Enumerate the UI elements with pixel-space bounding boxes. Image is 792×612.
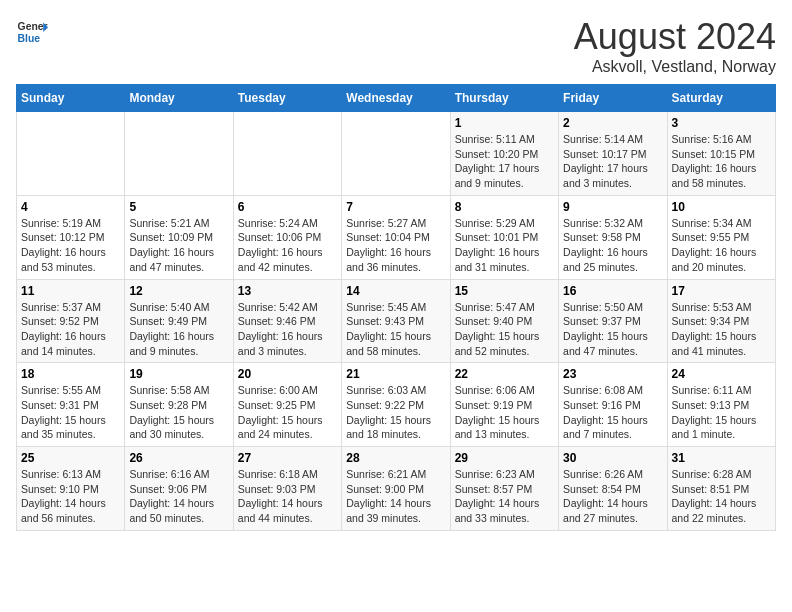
day-number: 4	[21, 200, 120, 214]
day-number: 30	[563, 451, 662, 465]
cell-info: Sunrise: 6:08 AM	[563, 383, 662, 398]
header-row: SundayMondayTuesdayWednesdayThursdayFrid…	[17, 85, 776, 112]
page-header: General Blue August 2024 Askvoll, Vestla…	[16, 16, 776, 76]
cell-info: Daylight: 15 hours	[455, 329, 554, 344]
cell-info: Sunset: 9:34 PM	[672, 314, 771, 329]
cell-info: and 30 minutes.	[129, 427, 228, 442]
cell-info: and 47 minutes.	[129, 260, 228, 275]
cell-info: Sunset: 10:01 PM	[455, 230, 554, 245]
cell-info: and 47 minutes.	[563, 344, 662, 359]
calendar-cell: 12Sunrise: 5:40 AMSunset: 9:49 PMDayligh…	[125, 279, 233, 363]
calendar-cell: 23Sunrise: 6:08 AMSunset: 9:16 PMDayligh…	[559, 363, 667, 447]
calendar-cell: 26Sunrise: 6:16 AMSunset: 9:06 PMDayligh…	[125, 447, 233, 531]
cell-info: and 25 minutes.	[563, 260, 662, 275]
day-number: 23	[563, 367, 662, 381]
calendar-table: SundayMondayTuesdayWednesdayThursdayFrid…	[16, 84, 776, 531]
day-number: 22	[455, 367, 554, 381]
cell-info: Sunset: 10:04 PM	[346, 230, 445, 245]
cell-info: and 42 minutes.	[238, 260, 337, 275]
day-number: 17	[672, 284, 771, 298]
calendar-cell: 15Sunrise: 5:47 AMSunset: 9:40 PMDayligh…	[450, 279, 558, 363]
calendar-cell: 14Sunrise: 5:45 AMSunset: 9:43 PMDayligh…	[342, 279, 450, 363]
calendar-cell	[342, 112, 450, 196]
cell-info: Daylight: 15 hours	[672, 329, 771, 344]
day-number: 13	[238, 284, 337, 298]
day-number: 10	[672, 200, 771, 214]
cell-info: Sunrise: 5:45 AM	[346, 300, 445, 315]
cell-info: Sunrise: 6:00 AM	[238, 383, 337, 398]
cell-info: Daylight: 15 hours	[672, 413, 771, 428]
cell-info: and 14 minutes.	[21, 344, 120, 359]
calendar-cell: 11Sunrise: 5:37 AMSunset: 9:52 PMDayligh…	[17, 279, 125, 363]
cell-info: Daylight: 16 hours	[238, 329, 337, 344]
cell-info: Sunset: 8:51 PM	[672, 482, 771, 497]
cell-info: Daylight: 14 hours	[238, 496, 337, 511]
cell-info: Sunset: 9:52 PM	[21, 314, 120, 329]
day-number: 6	[238, 200, 337, 214]
day-number: 7	[346, 200, 445, 214]
cell-info: and 58 minutes.	[346, 344, 445, 359]
cell-info: Sunrise: 5:29 AM	[455, 216, 554, 231]
day-number: 28	[346, 451, 445, 465]
cell-info: and 3 minutes.	[563, 176, 662, 191]
calendar-cell: 17Sunrise: 5:53 AMSunset: 9:34 PMDayligh…	[667, 279, 775, 363]
calendar-cell: 27Sunrise: 6:18 AMSunset: 9:03 PMDayligh…	[233, 447, 341, 531]
header-day: Thursday	[450, 85, 558, 112]
cell-info: Sunset: 10:09 PM	[129, 230, 228, 245]
cell-info: and 36 minutes.	[346, 260, 445, 275]
cell-info: Sunset: 8:54 PM	[563, 482, 662, 497]
cell-info: Sunrise: 6:28 AM	[672, 467, 771, 482]
calendar-cell: 8Sunrise: 5:29 AMSunset: 10:01 PMDayligh…	[450, 195, 558, 279]
cell-info: Sunset: 9:58 PM	[563, 230, 662, 245]
day-number: 27	[238, 451, 337, 465]
cell-info: and 1 minute.	[672, 427, 771, 442]
day-number: 2	[563, 116, 662, 130]
calendar-cell: 19Sunrise: 5:58 AMSunset: 9:28 PMDayligh…	[125, 363, 233, 447]
day-number: 5	[129, 200, 228, 214]
cell-info: Sunrise: 5:11 AM	[455, 132, 554, 147]
cell-info: Sunrise: 6:11 AM	[672, 383, 771, 398]
cell-info: Sunrise: 5:34 AM	[672, 216, 771, 231]
calendar-cell: 13Sunrise: 5:42 AMSunset: 9:46 PMDayligh…	[233, 279, 341, 363]
cell-info: Sunrise: 6:13 AM	[21, 467, 120, 482]
cell-info: Daylight: 14 hours	[21, 496, 120, 511]
cell-info: Daylight: 16 hours	[672, 161, 771, 176]
cell-info: Daylight: 16 hours	[238, 245, 337, 260]
cell-info: Sunset: 10:12 PM	[21, 230, 120, 245]
cell-info: Sunrise: 5:24 AM	[238, 216, 337, 231]
cell-info: Daylight: 15 hours	[346, 329, 445, 344]
main-title: August 2024	[574, 16, 776, 58]
cell-info: Daylight: 15 hours	[129, 413, 228, 428]
cell-info: Sunset: 9:49 PM	[129, 314, 228, 329]
calendar-cell: 22Sunrise: 6:06 AMSunset: 9:19 PMDayligh…	[450, 363, 558, 447]
cell-info: Sunset: 10:15 PM	[672, 147, 771, 162]
cell-info: Daylight: 15 hours	[346, 413, 445, 428]
cell-info: Sunset: 9:19 PM	[455, 398, 554, 413]
cell-info: Daylight: 15 hours	[563, 413, 662, 428]
cell-info: Daylight: 15 hours	[21, 413, 120, 428]
cell-info: and 24 minutes.	[238, 427, 337, 442]
cell-info: Sunrise: 5:58 AM	[129, 383, 228, 398]
cell-info: Daylight: 14 hours	[129, 496, 228, 511]
day-number: 20	[238, 367, 337, 381]
cell-info: Daylight: 16 hours	[563, 245, 662, 260]
cell-info: Sunset: 8:57 PM	[455, 482, 554, 497]
cell-info: Sunset: 9:43 PM	[346, 314, 445, 329]
svg-text:Blue: Blue	[18, 33, 41, 44]
cell-info: Sunrise: 5:19 AM	[21, 216, 120, 231]
cell-info: Sunset: 9:28 PM	[129, 398, 228, 413]
cell-info: and 33 minutes.	[455, 511, 554, 526]
calendar-cell: 9Sunrise: 5:32 AMSunset: 9:58 PMDaylight…	[559, 195, 667, 279]
day-number: 9	[563, 200, 662, 214]
cell-info: Sunrise: 5:40 AM	[129, 300, 228, 315]
cell-info: Sunrise: 5:32 AM	[563, 216, 662, 231]
cell-info: Sunrise: 5:53 AM	[672, 300, 771, 315]
cell-info: Sunset: 9:55 PM	[672, 230, 771, 245]
day-number: 1	[455, 116, 554, 130]
calendar-cell: 20Sunrise: 6:00 AMSunset: 9:25 PMDayligh…	[233, 363, 341, 447]
cell-info: Sunset: 9:37 PM	[563, 314, 662, 329]
calendar-cell: 25Sunrise: 6:13 AMSunset: 9:10 PMDayligh…	[17, 447, 125, 531]
calendar-cell: 30Sunrise: 6:26 AMSunset: 8:54 PMDayligh…	[559, 447, 667, 531]
cell-info: Sunset: 9:10 PM	[21, 482, 120, 497]
calendar-cell: 4Sunrise: 5:19 AMSunset: 10:12 PMDayligh…	[17, 195, 125, 279]
